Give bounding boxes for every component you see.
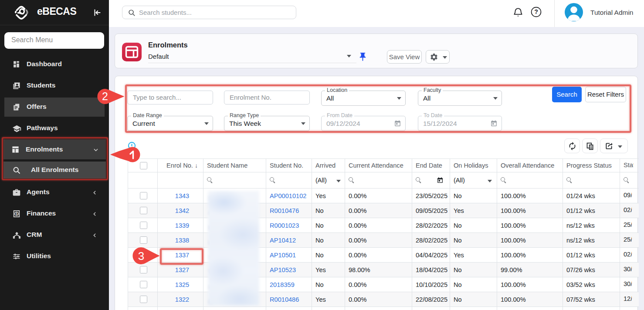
svg-text:2: 2	[102, 90, 108, 102]
svg-text:3: 3	[138, 249, 144, 263]
svg-text:?: ?	[534, 8, 538, 15]
svg-text:$: $	[16, 212, 18, 216]
